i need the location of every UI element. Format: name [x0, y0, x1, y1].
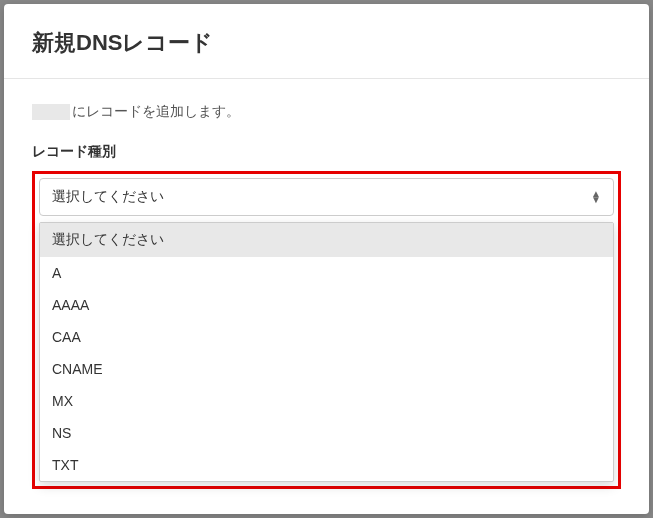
description-suffix: にレコードを追加します。	[72, 103, 240, 119]
select-value: 選択してください	[52, 188, 164, 206]
dropdown-option[interactable]: CNAME	[40, 353, 613, 385]
select-arrows-icon: ▲▼	[591, 191, 601, 203]
dropdown-option[interactable]: AAAA	[40, 289, 613, 321]
new-dns-record-modal: 新規DNSレコード にレコードを追加します。 レコード種別 選択してください ▲…	[4, 4, 649, 514]
dropdown-option[interactable]: A	[40, 257, 613, 289]
modal-header: 新規DNSレコード	[4, 4, 649, 79]
dropdown-option[interactable]: 選択してください	[40, 223, 613, 257]
dropdown-option[interactable]: TXT	[40, 449, 613, 481]
record-type-select[interactable]: 選択してください ▲▼	[39, 178, 614, 216]
description-text: にレコードを追加します。	[32, 103, 621, 121]
record-type-dropdown: 選択してくださいAAAAACAACNAMEMXNSTXT	[39, 222, 614, 482]
dropdown-option[interactable]: CAA	[40, 321, 613, 353]
modal-body: にレコードを追加します。 レコード種別 選択してください ▲▼ 選択してください…	[4, 79, 649, 513]
dropdown-option[interactable]: MX	[40, 385, 613, 417]
modal-title: 新規DNSレコード	[32, 28, 621, 58]
dropdown-option[interactable]: NS	[40, 417, 613, 449]
domain-placeholder	[32, 104, 70, 120]
record-type-label: レコード種別	[32, 143, 621, 161]
record-type-select-highlight: 選択してください ▲▼ 選択してくださいAAAAACAACNAMEMXNSTXT	[32, 171, 621, 489]
